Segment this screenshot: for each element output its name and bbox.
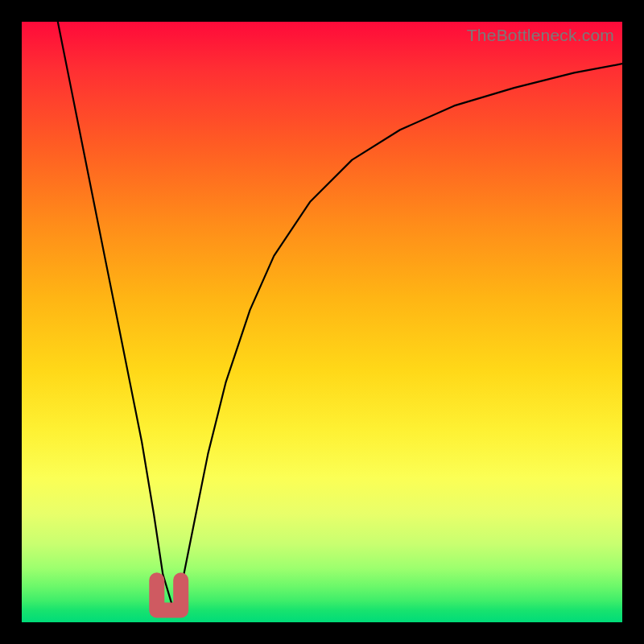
plot-area: TheBottleneck.com [22, 22, 622, 622]
chart-svg [22, 22, 622, 622]
chart-frame: TheBottleneck.com [0, 0, 644, 644]
bottleneck-curve [58, 22, 622, 605]
